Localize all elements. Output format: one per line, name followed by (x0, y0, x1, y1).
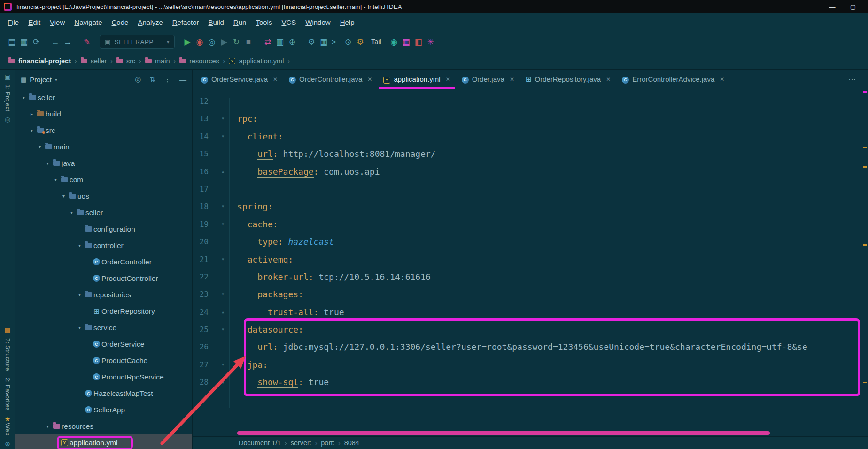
debug-icon[interactable]: ◉ (194, 38, 206, 46)
save-all-icon[interactable]: ▦ (18, 38, 30, 46)
menu-tools[interactable]: Tools (251, 16, 277, 29)
fold-marker-icon[interactable]: ▴ (209, 303, 237, 321)
project-tool-icon[interactable]: ▣ (4, 73, 10, 80)
chevron-down-icon[interactable]: ▾ (52, 177, 60, 182)
tab-order-java[interactable]: COrder.java✕ (456, 70, 520, 89)
tree-node[interactable]: ▾uos (15, 188, 192, 204)
hotswap-icon[interactable]: ⇄ (262, 38, 274, 46)
project-panel-title[interactable]: Project (30, 76, 52, 84)
more-tabs-icon[interactable]: ⋯ (848, 75, 868, 84)
tool-strip-web[interactable]: Web (4, 423, 11, 436)
tree-node[interactable]: ▸build (15, 106, 192, 122)
tree-node[interactable]: Yapplication.yml (15, 434, 192, 449)
open-project-icon[interactable]: ▤ (6, 38, 18, 46)
menu-run[interactable]: Run (229, 16, 251, 29)
profiler-icon[interactable]: ▶ (218, 38, 230, 46)
chevron-down-icon[interactable]: ▾ (60, 194, 68, 199)
tree-node[interactable]: ⊞OrderRepository (15, 303, 192, 319)
search-icon[interactable]: ⊙ (342, 38, 354, 46)
fold-marker-icon[interactable]: ▴ (209, 373, 237, 391)
breadcrumb-item[interactable]: financial-project (7, 56, 73, 66)
close-icon[interactable]: ✕ (446, 76, 450, 83)
tree-node[interactable]: ▾com (15, 171, 192, 188)
tree-node[interactable]: ▾java (15, 155, 192, 171)
star-burst-icon[interactable]: ✳ (425, 38, 437, 46)
back-icon[interactable]: ← (49, 38, 62, 46)
fold-marker-icon[interactable]: ▾ (209, 216, 237, 233)
chevron-down-icon[interactable]: ▾ (76, 292, 84, 297)
menu-view[interactable]: View (45, 16, 70, 29)
close-icon[interactable]: ✕ (510, 76, 514, 83)
menu-vcs[interactable]: VCS (277, 16, 301, 29)
gc-icon[interactable]: ⊕ (286, 38, 298, 46)
structure-icon[interactable]: ▤ (4, 327, 10, 333)
locate-icon[interactable]: ◎ (135, 75, 141, 84)
status-crumb[interactable]: server: (291, 439, 311, 447)
sync-icon[interactable]: ⟳ (30, 38, 42, 46)
breadcrumb-item[interactable]: resources (178, 56, 221, 66)
status-crumb[interactable]: port: (321, 439, 334, 447)
tree-node[interactable]: CProductRpcService (15, 369, 192, 385)
fold-marker-icon[interactable]: ▾ (209, 110, 237, 127)
tool-strip-project[interactable]: 1: Project (4, 85, 11, 111)
target-icon[interactable]: ◎ (5, 116, 10, 123)
error-stripe-mark[interactable] (863, 147, 867, 148)
coverage-icon[interactable]: ◎ (206, 38, 218, 46)
tail-label[interactable]: Tail (371, 38, 381, 46)
tree-node[interactable]: configuration (15, 221, 192, 237)
tree-node[interactable]: ▾controller (15, 237, 192, 254)
tree-node[interactable]: COrderController (15, 254, 192, 270)
tree-node[interactable]: CSellerApp (15, 402, 192, 418)
maximize-button[interactable]: ▢ (843, 0, 863, 13)
tab-application-yml[interactable]: Yapplication.yml✕ (378, 70, 456, 89)
settings-gear-icon[interactable]: ⚙ (305, 38, 318, 46)
tree-node[interactable]: ▾seller (15, 89, 192, 106)
fold-marker-icon[interactable]: ▾ (209, 251, 237, 268)
close-icon[interactable]: ✕ (367, 76, 372, 83)
tab-orderservice-java[interactable]: COrderService.java✕ (195, 70, 283, 89)
close-icon[interactable]: ✕ (273, 76, 278, 83)
menu-refactor[interactable]: Refactor (168, 16, 204, 29)
menu-navigate[interactable]: Navigate (70, 16, 107, 29)
chevron-down-icon[interactable]: ▾ (44, 424, 52, 429)
hide-panel-icon[interactable]: — (179, 76, 186, 84)
menu-edit[interactable]: Edit (23, 16, 45, 29)
fold-marker-icon[interactable]: ▴ (209, 163, 237, 180)
tree-node[interactable]: CProductCache (15, 352, 192, 369)
stop-icon[interactable]: ■ (242, 38, 255, 46)
fold-marker-icon[interactable]: ▾ (209, 356, 237, 373)
tool-strip-favorites[interactable]: 2: Favorites (4, 378, 11, 411)
record-icon[interactable]: ◉ (388, 38, 400, 46)
collapse-all-icon[interactable]: ⇅ (149, 75, 155, 84)
tree-node[interactable]: ▾seller (15, 204, 192, 221)
fold-marker-icon[interactable]: ▾ (209, 321, 237, 338)
tree-node[interactable]: ▾main (15, 139, 192, 155)
status-crumb[interactable]: Document 1/1 (239, 439, 281, 447)
tree-node[interactable]: ▾service (15, 319, 192, 336)
error-stripe-mark[interactable] (863, 166, 867, 168)
tree-node[interactable]: CHazelcastMapTest (15, 385, 192, 402)
fold-marker-icon[interactable]: ▾ (209, 128, 237, 145)
tree-node[interactable]: CProductController (15, 270, 192, 286)
chevron-down-icon[interactable]: ▾ (20, 95, 28, 100)
run-icon[interactable]: ▶ (181, 38, 194, 46)
error-stripe-mark[interactable] (863, 382, 867, 383)
edit-run-config-icon[interactable]: ✎ (81, 38, 93, 46)
menu-help[interactable]: Help (335, 16, 359, 29)
chevron-right-icon[interactable]: ▸ (28, 111, 36, 116)
minimize-button[interactable]: — (822, 0, 843, 13)
tool-strip-structure[interactable]: 7: Structure (4, 338, 11, 371)
layout-blocks-icon[interactable]: ▦ (400, 38, 412, 46)
breadcrumb-item[interactable]: src (115, 56, 137, 66)
proxy-gear-icon[interactable]: ⚙ (354, 38, 366, 46)
fold-marker-icon[interactable]: ▾ (209, 286, 237, 303)
terminal-icon[interactable]: >_ (330, 38, 342, 46)
menu-file[interactable]: File (3, 16, 23, 29)
horizontal-scrollbar[interactable] (237, 431, 770, 435)
code-editor[interactable]: 1213▾rpc:14▾ client:15 url: http://local… (193, 89, 864, 431)
fold-marker-icon[interactable]: ▾ (209, 198, 237, 215)
menu-code[interactable]: Code (107, 16, 133, 29)
chevron-down-icon[interactable]: ▾ (68, 210, 76, 215)
breadcrumb-item[interactable]: Yapplication.yml (227, 56, 286, 66)
chevron-down-icon[interactable]: ▾ (55, 77, 57, 82)
